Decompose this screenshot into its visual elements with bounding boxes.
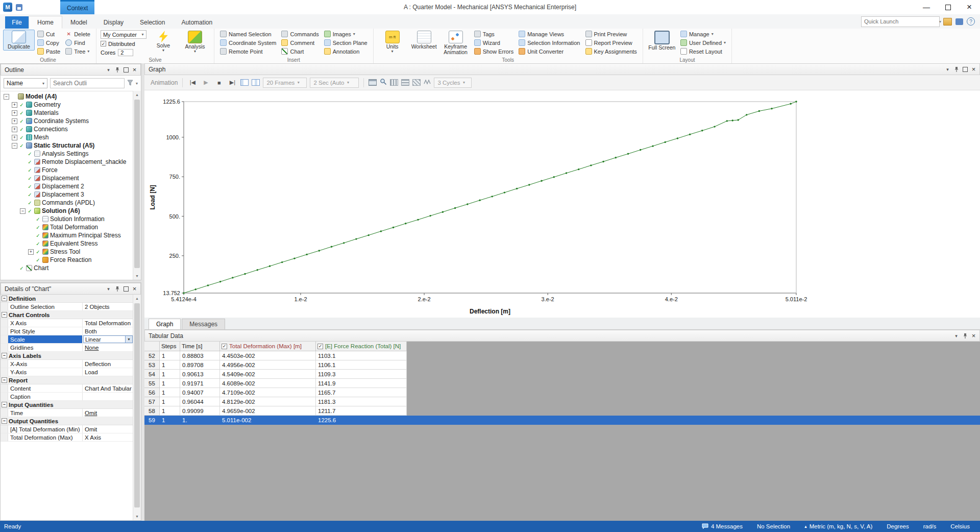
chevron-down-icon[interactable]: ▼ (125, 336, 132, 343)
commands-button[interactable]: Commands (280, 30, 320, 38)
tree-item-connections[interactable]: +✓Connections (1, 125, 133, 133)
solve-button[interactable]: Solve▾ (148, 30, 179, 54)
table-cell[interactable]: 0.94007 (180, 388, 220, 397)
tree-item-solution-information[interactable]: ✓Solution Information (1, 215, 133, 223)
named-selection-button[interactable]: Named Selection (218, 30, 278, 38)
table-cell[interactable]: 1 (160, 370, 180, 379)
angle-unit-status[interactable]: Degrees (887, 523, 909, 529)
grid-rows-icon[interactable] (401, 79, 409, 86)
chevron-down-icon[interactable]: ▾ (939, 19, 943, 24)
table-cell[interactable]: 4.7109e-002 (220, 388, 316, 397)
details-row-outline-selection[interactable]: Outline Selection2 Objects (1, 303, 133, 311)
chevron-down-icon[interactable]: ▾ (104, 66, 113, 74)
multi-pane-icon[interactable] (252, 79, 260, 86)
checkbox-icon[interactable]: ✓ (222, 344, 227, 349)
unit-system-status[interactable]: ▴ Metric (m, kg, N, s, V, A) (804, 523, 872, 529)
user-defined-button[interactable]: User Defined▾ (679, 38, 727, 47)
tree-item-mesh[interactable]: +✓Mesh (1, 133, 133, 141)
details-value[interactable]: 2 Objects (83, 303, 133, 310)
table-cell[interactable]: 1 (160, 388, 180, 397)
name-filter-dropdown[interactable]: Name ▾ (4, 78, 47, 88)
cycles-dropdown[interactable]: 3 Cycles▾ (434, 78, 472, 88)
tree-item-total-deformation[interactable]: ✓Total Deformation (1, 223, 133, 231)
collapse-icon[interactable]: − (2, 353, 7, 358)
tab-selection[interactable]: Selection (132, 16, 173, 29)
close-icon[interactable]: × (969, 332, 978, 340)
table-cell[interactable]: 1225.6 (316, 416, 407, 425)
details-category-chart-controls[interactable]: −Chart Controls (1, 311, 133, 319)
close-icon[interactable]: × (130, 285, 139, 293)
column-header-deformation[interactable]: ✓Total Deformation (Max) [m] (220, 342, 316, 351)
chevron-down-icon[interactable]: ▾ (943, 65, 952, 74)
table-cell[interactable]: 4.4503e-002 (220, 351, 316, 360)
coordinate-system-button[interactable]: Coordinate System (218, 38, 278, 47)
keyframe-animation-button[interactable]: Keyframe Animation (440, 30, 472, 56)
expand-icon[interactable]: + (12, 118, 17, 124)
filter-funnel-icon[interactable] (127, 80, 133, 87)
table-cell[interactable]: 1165.7 (316, 388, 407, 397)
grid-dense-icon[interactable] (390, 79, 398, 86)
details-value[interactable]: Linear▼ (83, 335, 133, 343)
collapse-icon[interactable]: − (2, 377, 7, 383)
details-row-y-axis[interactable]: Y-AxisLoad (1, 368, 133, 376)
collapse-icon[interactable]: − (12, 143, 17, 149)
collapse-icon[interactable]: − (4, 94, 9, 100)
row-number-cell[interactable]: 58 (144, 406, 160, 416)
table-cell[interactable]: 0.96044 (180, 397, 220, 406)
chevron-down-icon[interactable]: ▾ (136, 81, 138, 86)
collapse-icon[interactable]: − (2, 296, 7, 301)
collapse-icon[interactable]: − (20, 208, 26, 214)
table-row[interactable]: 5510.919714.6089e-0021141.9 (144, 379, 980, 388)
tree-item-displacement-2[interactable]: ✓Displacement 2 (1, 182, 133, 190)
chevron-down-icon[interactable]: ▾ (104, 285, 113, 293)
details-value[interactable]: Total Deformation ... (83, 319, 133, 327)
expand-icon[interactable]: + (12, 102, 17, 108)
details-value[interactable]: X Axis (83, 433, 133, 441)
tree-item-commands-apdl[interactable]: ✓Commands (APDL) (1, 199, 133, 207)
unit-converter-button[interactable]: Unit Converter (517, 47, 581, 56)
pin-icon[interactable] (952, 65, 961, 74)
tab-home[interactable]: Home (29, 16, 62, 29)
details-row-plot-style[interactable]: Plot StyleBoth (1, 327, 133, 335)
table-cell[interactable]: 0.88803 (180, 351, 220, 360)
details-row-a-total-deformation-min[interactable]: [A] Total Deformation (Min)Omit (1, 425, 133, 433)
tree-item-coordinate-systems[interactable]: +✓Coordinate Systems (1, 117, 133, 125)
tab-file[interactable]: File (5, 16, 29, 29)
frames-dropdown[interactable]: 20 Frames▾ (263, 78, 307, 88)
context-tab[interactable]: Context (60, 0, 94, 14)
selection-information-button[interactable]: Selection Information (517, 38, 581, 47)
details-value[interactable]: Omit (83, 409, 133, 417)
tab-display[interactable]: Display (95, 16, 132, 29)
temperature-unit-status[interactable]: Celsius (950, 523, 970, 529)
row-number-cell[interactable]: 55 (144, 379, 160, 388)
table-row[interactable]: 5610.940074.7109e-0021165.7 (144, 388, 980, 397)
close-button[interactable]: × (959, 0, 980, 14)
comment-button[interactable]: Comment (280, 38, 320, 47)
table-cell[interactable]: 4.9659e-002 (220, 406, 316, 416)
row-number-cell[interactable]: 56 (144, 388, 160, 397)
tree-item-equivalent-stress[interactable]: ✓Equivalent Stress (1, 239, 133, 248)
table-cell[interactable]: 1211.7 (316, 406, 407, 416)
table-cell[interactable]: 1 (160, 351, 180, 360)
copy-button[interactable]: Copy (36, 38, 62, 47)
full-screen-button[interactable]: Full Screen (646, 30, 678, 52)
table-cell[interactable]: 1 (160, 416, 180, 425)
details-row-x-axis[interactable]: X-AxisDeflection (1, 360, 133, 368)
tab-graph[interactable]: Graph (149, 319, 181, 329)
collapse-icon[interactable]: − (2, 312, 7, 318)
table-cell[interactable]: 4.8129e-002 (220, 397, 316, 406)
duplicate-button[interactable]: Duplicate (3, 30, 35, 51)
expand-icon[interactable]: + (12, 135, 17, 140)
distributed-checkbox[interactable]: ✓Distributed (101, 39, 146, 48)
maximize-button[interactable] (937, 0, 959, 14)
skip-to-start-button[interactable]: |◀ (187, 78, 198, 88)
float-icon[interactable] (961, 65, 969, 74)
tab-automation[interactable]: Automation (173, 16, 220, 29)
table-cell[interactable]: 1106.1 (316, 360, 407, 370)
tree-button[interactable]: Tree▾ (64, 47, 92, 56)
key-assignments-button[interactable]: Key Assignments (584, 47, 639, 56)
tree-item-displacement[interactable]: ✓Displacement (1, 174, 133, 182)
annotation-button[interactable]: Annotation (323, 47, 369, 56)
row-number-cell[interactable]: 57 (144, 397, 160, 406)
manage-button[interactable]: Manage▾ (679, 30, 727, 38)
